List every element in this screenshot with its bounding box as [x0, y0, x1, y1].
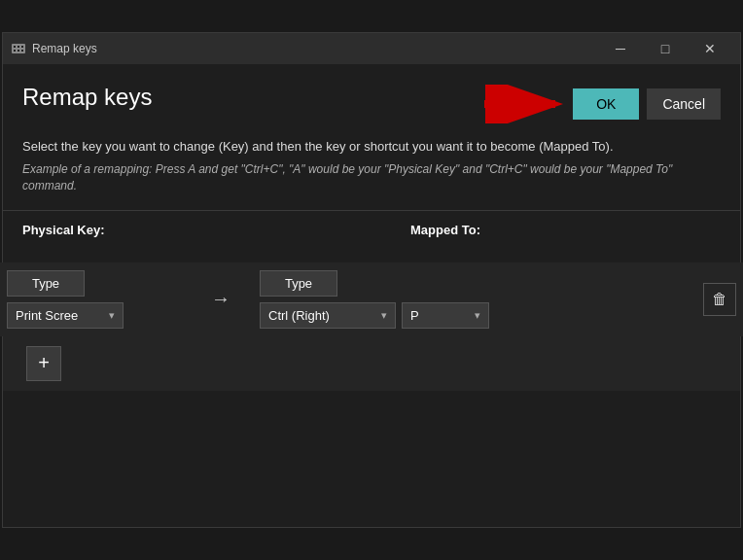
titlebar-controls: ─ □ ✕ — [598, 33, 732, 64]
divider-top — [3, 210, 740, 211]
physical-type-button[interactable]: Type — [7, 270, 85, 297]
physical-key-label: Physical Key: — [22, 223, 333, 241]
physical-key-chevron-icon: ▾ — [109, 309, 115, 322]
column-labels: Physical Key: Mapped To: — [22, 223, 721, 241]
svg-rect-2 — [18, 46, 19, 48]
close-button[interactable]: ✕ — [688, 33, 732, 64]
example-text: Example of a remapping: Press A and get … — [22, 161, 721, 194]
mapped-modifier-chevron-icon: ▾ — [381, 309, 387, 322]
mapping-arrow-icon: → — [182, 288, 260, 310]
physical-key-value: Print Scree — [16, 308, 78, 323]
mapped-key-chevron-icon: ▾ — [475, 309, 480, 322]
svg-rect-0 — [12, 44, 25, 53]
titlebar: Remap keys ─ □ ✕ — [3, 33, 740, 64]
ok-button[interactable]: OK — [573, 88, 639, 120]
mapped-modifier-dropdown[interactable]: Ctrl (Right) ▾ — [260, 302, 396, 329]
svg-rect-6 — [21, 50, 23, 52]
key-mapping-row: Type Print Scree ▾ → Type Ctrl (Right) ▾… — [0, 262, 743, 336]
mapped-modifier-value: Ctrl (Right) — [268, 308, 330, 323]
header-buttons: OK Cancel — [479, 85, 721, 123]
delete-mapping-button[interactable]: 🗑 — [703, 283, 736, 316]
dialog-content: Remap keys OK Cancel Selec — [3, 64, 740, 262]
remap-keys-window: Remap keys ─ □ ✕ Remap keys — [2, 32, 741, 528]
mapped-key-dropdown[interactable]: P ▾ — [402, 302, 489, 329]
empty-area — [3, 391, 740, 527]
add-mapping-button[interactable]: + — [26, 346, 61, 381]
svg-rect-3 — [21, 46, 23, 48]
trash-icon: 🗑 — [712, 291, 727, 308]
mapped-key-row: Ctrl (Right) ▾ P ▾ — [260, 302, 703, 329]
minimize-button[interactable]: ─ — [598, 33, 643, 64]
svg-rect-4 — [14, 50, 16, 52]
mapped-to-label: Mapped To: — [410, 223, 721, 241]
titlebar-title: Remap keys — [32, 42, 592, 55]
description-text: Select the key you want to change (Key) … — [22, 138, 721, 156]
cancel-button[interactable]: Cancel — [647, 88, 721, 120]
dialog-title: Remap keys — [22, 84, 152, 111]
physical-key-section: Type Print Scree ▾ — [7, 270, 182, 329]
app-icon — [11, 41, 26, 56]
mapped-to-section: Type Ctrl (Right) ▾ P ▾ — [260, 270, 703, 329]
red-arrow-icon — [479, 85, 567, 123]
svg-rect-5 — [18, 50, 19, 52]
dialog-header: Remap keys OK Cancel — [22, 84, 721, 124]
svg-rect-1 — [14, 46, 16, 48]
mapped-type-button[interactable]: Type — [260, 270, 337, 297]
physical-key-dropdown[interactable]: Print Scree ▾ — [7, 302, 124, 329]
mapped-key-value: P — [410, 308, 419, 323]
add-mapping-section: + — [3, 336, 740, 391]
maximize-button[interactable]: □ — [643, 33, 688, 64]
